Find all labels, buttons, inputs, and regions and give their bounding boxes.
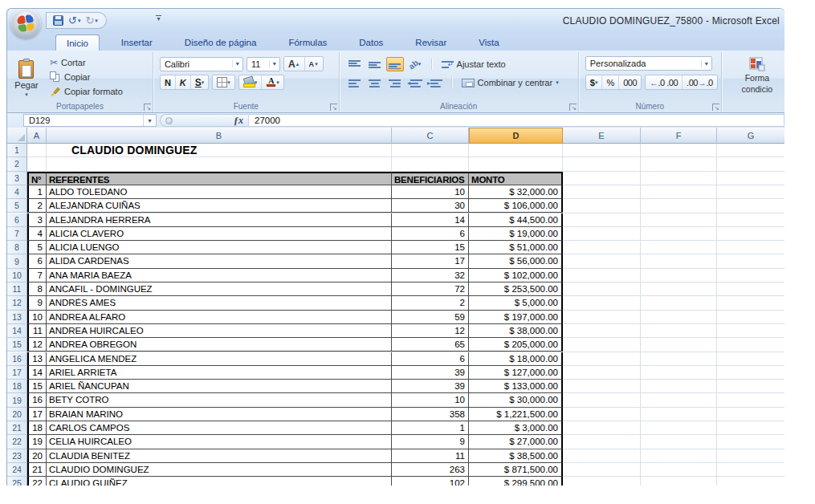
copy-button[interactable]: Copiar: [47, 71, 125, 83]
align-right-button[interactable]: [386, 75, 404, 90]
cell-B1[interactable]: CLAUDIO DOMINGUEZ: [47, 144, 392, 157]
table-cell[interactable]: 39: [392, 366, 469, 380]
table-cell[interactable]: 14: [27, 366, 47, 380]
table-cell[interactable]: 14: [392, 213, 469, 227]
align-bottom-button[interactable]: [386, 57, 404, 71]
table-cell[interactable]: $ 299,500.00: [469, 477, 563, 486]
table-cell[interactable]: CLAUDIO GUIÑEZ: [47, 477, 392, 486]
merge-center-button[interactable]: Combinar y centrar▾: [459, 77, 561, 88]
select-all-corner[interactable]: [7, 128, 27, 144]
table-cell[interactable]: 11: [392, 449, 469, 463]
table-cell[interactable]: ANDREA OBREGON: [47, 338, 392, 352]
row-header-21[interactable]: 21: [7, 421, 27, 435]
table-header-cell[interactable]: MONTO: [469, 172, 563, 185]
column-header-C[interactable]: C: [392, 128, 469, 144]
table-cell[interactable]: 10: [392, 393, 469, 407]
table-cell[interactable]: $ 253,500.00: [469, 282, 563, 296]
table-cell[interactable]: 2: [392, 296, 469, 310]
table-cell[interactable]: $ 27,000.00: [469, 435, 563, 449]
clipboard-dialog-launcher-icon[interactable]: [144, 104, 151, 111]
save-button[interactable]: [53, 15, 63, 26]
row-header-5[interactable]: 5: [7, 199, 27, 213]
table-cell[interactable]: $ 871,500.00: [469, 463, 563, 477]
column-header-A[interactable]: A: [27, 128, 47, 144]
table-cell[interactable]: 9: [392, 435, 469, 449]
row-header-10[interactable]: 10: [7, 269, 27, 282]
table-cell[interactable]: 9: [27, 296, 47, 310]
tab-diseno-de-pagina[interactable]: Diseño de página: [174, 35, 267, 51]
table-cell[interactable]: $ 5,000.00: [469, 296, 563, 310]
underline-dropdown-icon[interactable]: ▾: [202, 79, 205, 86]
row-header-11[interactable]: 11: [7, 282, 27, 296]
table-cell[interactable]: 2: [27, 199, 47, 213]
number-format-combobox[interactable]: Personalizada▾: [585, 56, 712, 71]
table-cell[interactable]: 102: [392, 477, 469, 486]
row-header-1[interactable]: 1: [7, 144, 27, 157]
table-cell[interactable]: 19: [27, 435, 47, 449]
table-cell[interactable]: 18: [27, 421, 47, 435]
table-cell[interactable]: 15: [27, 380, 47, 393]
table-cell[interactable]: 8: [27, 282, 47, 296]
table-cell[interactable]: 263: [392, 463, 469, 477]
font-family-combobox[interactable]: Calibri▾: [160, 57, 243, 71]
row-header-3[interactable]: 3: [7, 172, 27, 185]
row-header-12[interactable]: 12: [7, 296, 27, 310]
row-header-17[interactable]: 17: [7, 366, 27, 380]
row-header-23[interactable]: 23: [7, 449, 27, 463]
table-cell[interactable]: 5: [27, 241, 47, 254]
table-cell[interactable]: 1: [392, 421, 469, 435]
table-cell[interactable]: $ 19,000.00: [469, 227, 563, 241]
column-header-D[interactable]: D: [469, 128, 563, 144]
table-cell[interactable]: ALEJANDRA HERRERA: [47, 213, 392, 227]
comma-style-button[interactable]: 000: [619, 75, 641, 89]
table-cell[interactable]: 6: [392, 227, 469, 241]
column-header-F[interactable]: F: [641, 128, 717, 144]
table-cell[interactable]: 65: [392, 338, 469, 352]
italic-button[interactable]: K: [176, 75, 191, 89]
table-cell[interactable]: 39: [392, 380, 469, 393]
table-cell[interactable]: 3: [27, 213, 47, 227]
table-cell[interactable]: 72: [392, 282, 469, 296]
undo-button[interactable]: ↺▾: [68, 15, 80, 26]
table-cell[interactable]: ANDREA HUIRCALEO: [47, 324, 392, 338]
fill-color-button[interactable]: ▾: [239, 75, 263, 89]
table-cell[interactable]: CARLOS CAMPOS: [47, 421, 392, 435]
row-header-19[interactable]: 19: [7, 393, 27, 407]
chevron-down-icon[interactable]: ▾: [232, 60, 242, 67]
table-cell[interactable]: 16: [27, 393, 47, 407]
row-header-2[interactable]: 2: [7, 157, 27, 171]
format-painter-button[interactable]: Copiar formato: [47, 85, 125, 97]
percent-style-button[interactable]: %: [602, 75, 619, 89]
row-header-25[interactable]: 25: [7, 477, 27, 486]
row-header-13[interactable]: 13: [7, 311, 27, 324]
column-header-G[interactable]: G: [717, 128, 784, 144]
paste-dropdown-icon[interactable]: ▾: [25, 91, 28, 98]
row-header-14[interactable]: 14: [7, 324, 27, 338]
font-size-combobox[interactable]: 11▾: [247, 57, 280, 71]
table-cell[interactable]: $ 3,000.00: [469, 421, 563, 435]
number-dialog-launcher-icon[interactable]: [712, 104, 719, 111]
increase-indent-button[interactable]: ▸: [426, 75, 444, 90]
table-cell[interactable]: $ 38,500.00: [469, 449, 563, 463]
borders-button[interactable]: ▾: [213, 75, 234, 89]
table-cell[interactable]: $ 205,000.00: [469, 338, 563, 352]
table-cell[interactable]: 4: [27, 227, 47, 241]
align-center-button[interactable]: [366, 75, 384, 90]
table-cell[interactable]: ALICIA LUENGO: [47, 241, 392, 254]
table-cell[interactable]: BETY COTRO: [47, 393, 392, 407]
table-cell[interactable]: CELIA HUIRCALEO: [47, 435, 392, 449]
paste-button[interactable]: Pegar ▾: [9, 54, 44, 101]
alignment-dialog-launcher-icon[interactable]: [569, 104, 577, 111]
font-color-button[interactable]: A▾: [262, 75, 283, 89]
conditional-formatting-button[interactable]: Forma condicio: [723, 54, 783, 94]
chevron-down-icon[interactable]: ▾: [269, 60, 279, 67]
table-cell[interactable]: ARIEL ÑANCUPAN: [47, 380, 392, 393]
table-cell[interactable]: ALDO TOLEDANO: [47, 185, 392, 199]
redo-button[interactable]: ↻▾: [85, 15, 97, 26]
tab-revisar[interactable]: Revisar: [405, 35, 457, 51]
table-cell[interactable]: $ 51,000.00: [469, 241, 563, 254]
accounting-format-button[interactable]: $▾: [586, 75, 603, 89]
tab-insertar[interactable]: Insertar: [111, 35, 163, 51]
column-header-E[interactable]: E: [563, 128, 641, 144]
table-cell[interactable]: 7: [27, 269, 47, 282]
